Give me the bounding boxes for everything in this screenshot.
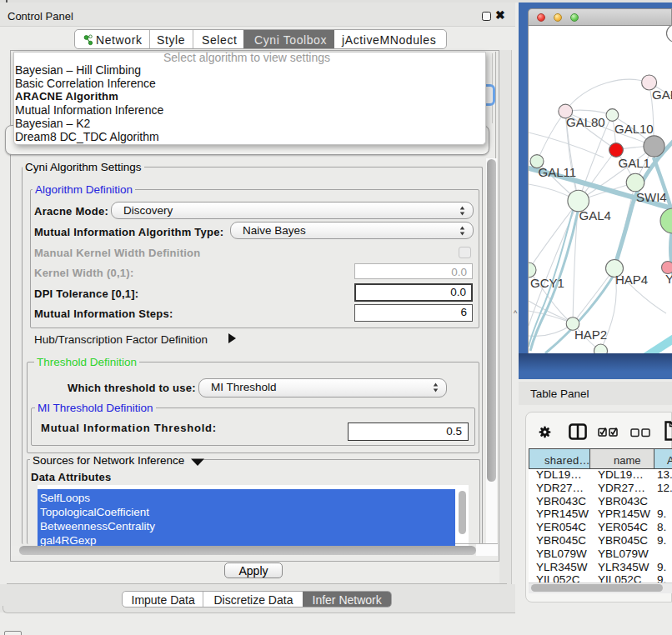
svg-text:GCY1: GCY1 bbox=[530, 276, 564, 290]
svg-text:GAL80: GAL80 bbox=[566, 115, 605, 129]
svg-text:GAL4: GAL4 bbox=[579, 208, 611, 222]
svg-text:GAL10: GAL10 bbox=[614, 122, 654, 136]
svg-text:SWI4: SWI4 bbox=[636, 190, 667, 204]
svg-text:YEL: YEL bbox=[665, 272, 672, 286]
svg-text:GAL2: GAL2 bbox=[652, 88, 672, 102]
svg-text:HAP2: HAP2 bbox=[574, 328, 607, 342]
svg-text:HAP4: HAP4 bbox=[615, 272, 648, 287]
svg-text:GAL1: GAL1 bbox=[619, 156, 650, 170]
svg-text:GAL11: GAL11 bbox=[539, 165, 577, 179]
